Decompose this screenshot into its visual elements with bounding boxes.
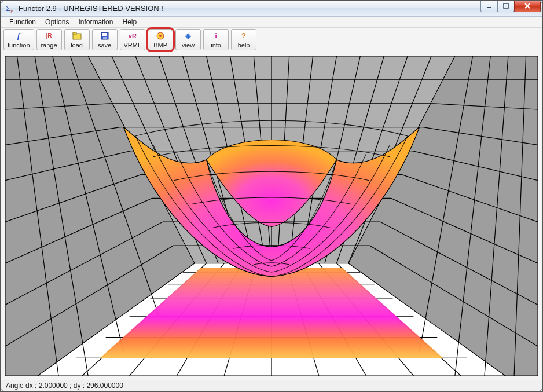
function-icon: f bbox=[13, 31, 24, 41]
menu-options[interactable]: Options bbox=[41, 17, 74, 27]
close-button[interactable] bbox=[514, 1, 541, 12]
window-title: Functor 2.9 - UNREGISTERED VERSION ! bbox=[19, 4, 481, 13]
range-label: range bbox=[41, 42, 57, 49]
svg-rect-5 bbox=[73, 32, 76, 34]
maximize-icon bbox=[503, 3, 509, 9]
menu-information[interactable]: Information bbox=[74, 17, 118, 27]
help-icon: ? bbox=[239, 31, 249, 41]
load-button[interactable]: load bbox=[64, 29, 90, 50]
statusbar: Angle dx : 2.000000 ; dy : 296.000000 bbox=[1, 380, 542, 391]
bmp-label: BMP bbox=[153, 42, 167, 49]
help-label: help bbox=[238, 42, 250, 49]
status-text: Angle dx : 2.000000 ; dy : 296.000000 bbox=[6, 382, 123, 390]
surface-plot bbox=[5, 56, 538, 376]
menubar: Function Options Information Help bbox=[1, 17, 542, 28]
load-label: load bbox=[71, 42, 83, 49]
bmp-button[interactable]: BMP bbox=[148, 29, 173, 50]
minimize-button[interactable] bbox=[480, 1, 498, 12]
plot-canvas[interactable] bbox=[5, 56, 538, 376]
range-button[interactable]: |R range bbox=[36, 29, 62, 50]
window-controls bbox=[481, 1, 541, 12]
svg-rect-2 bbox=[487, 7, 491, 8]
vrml-icon: vR bbox=[127, 31, 138, 41]
maximize-button[interactable] bbox=[497, 1, 515, 12]
save-button[interactable]: save bbox=[92, 29, 118, 50]
info-icon: i bbox=[211, 31, 221, 41]
bmp-icon bbox=[155, 31, 166, 41]
view-label: view bbox=[182, 42, 195, 49]
toolbar: f function |R range load save vR VRML bbox=[1, 28, 542, 52]
info-button[interactable]: i info bbox=[203, 29, 229, 50]
svg-point-10 bbox=[159, 35, 162, 37]
function-label: function bbox=[8, 42, 30, 49]
range-icon: |R bbox=[44, 31, 54, 41]
load-icon bbox=[72, 31, 82, 41]
svg-text:Σ: Σ bbox=[6, 5, 10, 13]
function-button[interactable]: f function bbox=[3, 29, 34, 50]
canvas-container bbox=[1, 52, 542, 380]
view-button[interactable]: ◈ view bbox=[175, 29, 201, 50]
app-icon: Σ∮ bbox=[6, 4, 15, 13]
vrml-button[interactable]: vR VRML bbox=[120, 29, 146, 50]
minimize-icon bbox=[486, 3, 492, 9]
menu-function[interactable]: Function bbox=[5, 17, 41, 27]
svg-rect-7 bbox=[102, 33, 107, 36]
save-icon bbox=[100, 31, 110, 41]
save-label: save bbox=[98, 42, 111, 49]
close-icon bbox=[524, 3, 531, 9]
vrml-label: VRML bbox=[124, 42, 142, 49]
help-button[interactable]: ? help bbox=[231, 29, 256, 50]
titlebar: Σ∮ Functor 2.9 - UNREGISTERED VERSION ! bbox=[1, 1, 542, 17]
info-label: info bbox=[211, 42, 221, 49]
svg-text:∮: ∮ bbox=[10, 8, 13, 13]
app-window: Σ∮ Functor 2.9 - UNREGISTERED VERSION ! … bbox=[1, 1, 542, 391]
menu-help[interactable]: Help bbox=[118, 17, 141, 27]
svg-rect-3 bbox=[504, 3, 508, 8]
view-icon: ◈ bbox=[183, 31, 193, 41]
svg-rect-8 bbox=[103, 37, 107, 39]
